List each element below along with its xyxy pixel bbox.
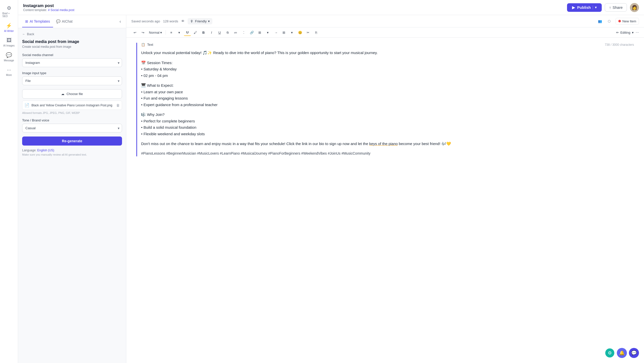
toolbar-icons: 👥 ⬡: [596, 18, 613, 25]
collapse-panel-button[interactable]: ‹: [118, 18, 122, 25]
sidebar-item-label: More: [6, 74, 12, 76]
allowed-formats: Allowed formats JPG, JPEG, PNG, GIF, WEB…: [22, 111, 122, 114]
italic-button[interactable]: I: [208, 29, 215, 36]
editor-area[interactable]: 📋 Text 738 / 3000 characters Unlock your…: [126, 38, 644, 363]
header-actions: ▶ Publish ▾ ↑ Share 👩: [567, 3, 639, 12]
copy-button[interactable]: ⎘: [313, 29, 320, 36]
underline-button[interactable]: U: [216, 29, 223, 36]
file-upload-group: ☁ Choose file 📄 Black and Yellow Creativ…: [22, 89, 122, 114]
share-icon: ↑: [609, 5, 611, 10]
share-settings-icon[interactable]: ⬡: [606, 18, 613, 25]
sidebar-item-message[interactable]: 💬 Message: [2, 50, 17, 64]
more-icon: ···: [7, 67, 11, 73]
image-input-select-wrapper: File URL ▾: [22, 76, 122, 85]
tab-ai-chat[interactable]: 💬 AIChat: [53, 16, 76, 27]
bold-button[interactable]: B: [200, 29, 207, 36]
left-panel: ⊞ AI Templates 💬 AIChat ‹ ← Back Social …: [18, 15, 126, 363]
align-dropdown-button[interactable]: ▾: [176, 29, 183, 36]
top-header: Instagram post Content template: # Socia…: [18, 0, 644, 15]
delete-file-button[interactable]: 🗑: [116, 103, 120, 107]
table-dropdown-button[interactable]: ▾: [264, 29, 271, 36]
tone-selector[interactable]: 🎙 Friendly ▾: [188, 18, 212, 24]
edit-icon: ✏: [616, 31, 619, 34]
new-item-button[interactable]: New Item: [616, 18, 639, 25]
format-style-dropdown[interactable]: Normal ▾: [147, 30, 164, 35]
text-block-icon: 📋: [141, 43, 145, 47]
chat-float-button[interactable]: 💬: [629, 348, 639, 358]
regenerate-button[interactable]: Re-generate: [22, 137, 122, 146]
editing-badge[interactable]: ✏ Editing ▾: [616, 31, 634, 34]
tab-ai-templates[interactable]: ⊞ AI Templates: [22, 16, 53, 27]
sidebar-item-label: AI Writer: [4, 30, 14, 32]
more-options-button[interactable]: ···: [636, 30, 639, 35]
settings-float-button[interactable]: ⚙: [605, 348, 615, 358]
editor-toolbar-top: Saved seconds ago 128 words 👁 🎙 Friendly…: [126, 15, 644, 27]
char-count: 738 / 3000 characters: [605, 43, 634, 47]
eye-icon[interactable]: 👁: [181, 19, 185, 23]
social-channel-label: Social media channel: [22, 53, 122, 57]
ordered-list-button[interactable]: ≔: [232, 29, 239, 36]
panel-tabs: ⊞ AI Templates 💬 AIChat ‹: [18, 15, 126, 28]
toolbar-separator: [166, 30, 166, 35]
editor-panel: Saved seconds ago 128 words 👁 🎙 Friendly…: [126, 15, 644, 363]
publish-icon: ▶: [572, 5, 575, 10]
why-bullet-1: • Perfect for complete beginners: [141, 119, 195, 123]
indent-button[interactable]: →: [272, 29, 279, 36]
choose-file-button[interactable]: ☁ Choose file: [22, 89, 122, 99]
intro-paragraph: Unlock your musical potential today! 🎵✨ …: [141, 50, 634, 56]
back-link[interactable]: ← Back: [22, 32, 122, 36]
microphone-icon: 🎙: [190, 19, 193, 23]
sidebar-item-label: Brief + SEO: [3, 12, 16, 18]
highlight-button[interactable]: 🖊: [192, 29, 199, 36]
redo-button[interactable]: ↪: [139, 29, 146, 36]
insert-table-button[interactable]: ⊞: [280, 29, 288, 36]
avatar-group-icon[interactable]: 👥: [596, 18, 603, 25]
word-count: 128 words: [163, 19, 178, 23]
tone-select-wrapper: Casual Formal Friendly Professional ▾: [22, 124, 122, 132]
sidebar-item-ai-writer[interactable]: ⚡ AI Writer: [2, 21, 17, 34]
strikethrough-button[interactable]: S: [224, 29, 231, 36]
sidebar-item-brief-seo[interactable]: ⚙ Brief + SEO: [2, 3, 17, 20]
content-text[interactable]: Unlock your musical potential today! 🎵✨ …: [141, 50, 634, 156]
message-icon: 💬: [6, 52, 12, 58]
table-button[interactable]: ⊞: [256, 29, 263, 36]
language-link[interactable]: English (US): [37, 149, 54, 152]
ai-templates-tab-icon: ⊞: [25, 19, 28, 23]
sidebar-item-more[interactable]: ··· More: [2, 65, 17, 78]
notification-float-button[interactable]: 🔔: [617, 348, 627, 358]
expect-bullet-3: • Expert guidance from a professional te…: [141, 103, 218, 107]
ai-writer-icon: ⚡: [6, 23, 12, 29]
style-chevron-icon: ▾: [160, 31, 162, 34]
sidebar-item-ai-images[interactable]: 🖼 AI Images: [2, 35, 17, 49]
cta-link: keys of the piano: [369, 142, 398, 146]
ai-warning: Make sure you manually review all AI gen…: [22, 153, 122, 156]
content-template-link[interactable]: # Social media post: [48, 8, 74, 12]
cut-button[interactable]: ✂: [305, 29, 312, 36]
share-button[interactable]: ↑ Share: [605, 3, 627, 12]
content-block: 📋 Text 738 / 3000 characters Unlock your…: [136, 43, 634, 156]
insert-table-dropdown[interactable]: ▾: [289, 29, 296, 36]
align-left-button[interactable]: ≡: [168, 29, 175, 36]
expect-bullet-1: • Learn at your own pace: [141, 90, 183, 94]
floating-buttons: ⚙ 🔔 💬: [605, 348, 639, 358]
hashtags: #PianoLessons #BeginnerMusician #MusicLo…: [141, 151, 634, 157]
brief-seo-icon: ⚙: [7, 5, 11, 11]
publish-button[interactable]: ▶ Publish ▾: [567, 3, 602, 12]
undo-button[interactable]: ↩: [131, 29, 138, 36]
social-channel-select[interactable]: Instagram Facebook Twitter LinkedIn: [22, 58, 122, 67]
tone-chevron-icon: ▾: [208, 19, 210, 23]
new-item-dot: [618, 20, 621, 22]
tone-select[interactable]: Casual Formal Friendly Professional: [22, 124, 122, 132]
upload-icon: ☁: [61, 92, 64, 96]
unordered-list-button[interactable]: ⁚: [240, 29, 247, 36]
underline-color-button[interactable]: U: [184, 29, 191, 36]
avatar[interactable]: 👩: [630, 3, 639, 12]
emoji-button[interactable]: 😊: [297, 29, 304, 36]
publish-dropdown-icon[interactable]: ▾: [593, 6, 597, 9]
link-button[interactable]: 🔗: [248, 29, 255, 36]
format-toolbar: ↩ ↪ Normal ▾ ≡ ▾ U 🖊 B I U S ≔ ⁚ 🔗 ⊞ ▾ →…: [126, 27, 644, 38]
expect-bullet-2: • Fun and engaging lessons: [141, 96, 188, 100]
tone-label: Tone / Brand voice: [22, 118, 122, 122]
why-bullet-2: • Build a solid musical foundation: [141, 125, 196, 129]
image-input-select[interactable]: File URL: [22, 76, 122, 85]
